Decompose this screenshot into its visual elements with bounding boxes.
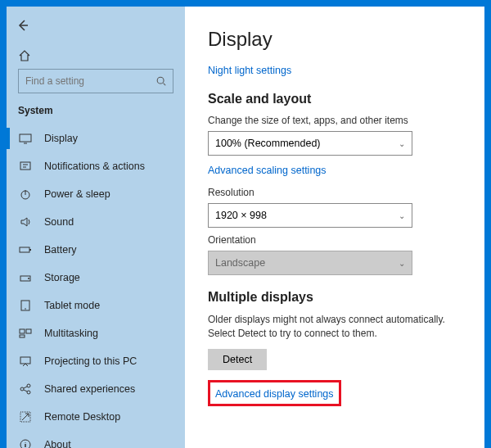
advanced-scaling-link[interactable]: Advanced scaling settings: [208, 165, 327, 176]
page-title: Display: [208, 28, 462, 51]
sidebar-item-sound[interactable]: Sound: [7, 208, 185, 236]
highlight-annotation: Advanced display settings: [208, 380, 341, 406]
resolution-label: Resolution: [208, 187, 462, 198]
chevron-down-icon: ⌄: [399, 139, 405, 148]
chevron-down-icon: ⌄: [399, 259, 405, 268]
sidebar-item-label: Sound: [44, 216, 74, 228]
sidebar-item-label: About: [44, 439, 71, 448]
arrow-left-icon: [16, 19, 29, 32]
svg-point-14: [20, 387, 24, 391]
sidebar-heading: System: [7, 102, 185, 124]
sidebar-item-label: Storage: [44, 272, 80, 283]
remote-icon: [18, 410, 33, 424]
multiple-displays-heading: Multiple displays: [208, 290, 462, 305]
orientation-value: Landscape: [215, 257, 265, 269]
sidebar-item-label: Power & sleep: [44, 188, 110, 200]
svg-point-7: [28, 278, 29, 279]
display-icon: [18, 131, 33, 146]
svg-rect-4: [20, 247, 29, 252]
sidebar-item-battery[interactable]: Battery: [7, 236, 185, 264]
svg-rect-10: [20, 329, 25, 333]
orientation-dropdown: Landscape ⌄: [208, 251, 412, 275]
multiple-displays-body: Older displays might not always connect …: [208, 313, 462, 341]
shared-icon: [18, 382, 33, 396]
notifications-icon: [18, 159, 33, 174]
svg-rect-2: [20, 162, 30, 170]
home-icon: [18, 49, 31, 62]
svg-point-9: [25, 308, 26, 310]
tablet-icon: [18, 298, 33, 313]
sidebar-item-power[interactable]: Power & sleep: [7, 180, 185, 208]
sidebar-item-label: Shared experiences: [44, 383, 135, 395]
sidebar-item-label: Projecting to this PC: [44, 355, 137, 367]
night-light-link[interactable]: Night light settings: [208, 65, 291, 76]
advanced-display-link[interactable]: Advanced display settings: [215, 388, 334, 400]
resolution-dropdown[interactable]: 1920 × 998 ⌄: [208, 203, 412, 228]
svg-rect-12: [20, 335, 25, 337]
sidebar-item-label: Display: [44, 133, 78, 144]
sidebar-item-label: Multitasking: [44, 328, 98, 339]
battery-icon: [18, 242, 33, 257]
sidebar-item-label: Notifications & actions: [44, 161, 145, 172]
search-input[interactable]: [18, 69, 173, 93]
svg-point-16: [27, 391, 30, 394]
sidebar-item-label: Battery: [44, 244, 77, 256]
orientation-label: Orientation: [208, 234, 462, 246]
search-icon: [155, 75, 167, 87]
power-icon: [18, 187, 33, 201]
home-button[interactable]: [7, 43, 185, 69]
sidebar-item-label: Tablet mode: [44, 300, 100, 311]
svg-rect-13: [20, 357, 30, 364]
sidebar-item-display[interactable]: Display: [7, 124, 185, 152]
text-size-dropdown[interactable]: 100% (Recommended) ⌄: [208, 131, 412, 156]
sidebar-item-about[interactable]: About: [7, 431, 185, 448]
sidebar-item-projecting[interactable]: Projecting to this PC: [7, 347, 185, 375]
sidebar-item-shared[interactable]: Shared experiences: [7, 375, 185, 403]
resolution-value: 1920 × 998: [215, 210, 267, 221]
svg-rect-1: [20, 134, 31, 142]
scale-heading: Scale and layout: [208, 92, 462, 106]
text-size-value: 100% (Recommended): [215, 138, 321, 149]
storage-icon: [18, 270, 33, 285]
about-icon: [18, 437, 33, 448]
text-size-label: Change the size of text, apps, and other…: [208, 115, 462, 126]
sidebar-item-tablet[interactable]: Tablet mode: [7, 292, 185, 319]
chevron-down-icon: ⌄: [399, 211, 405, 220]
svg-rect-5: [29, 249, 31, 251]
sidebar-item-notifications[interactable]: Notifications & actions: [7, 152, 185, 180]
back-button[interactable]: [8, 13, 38, 38]
svg-point-0: [157, 77, 164, 84]
multitasking-icon: [18, 326, 33, 341]
sidebar-item-multitasking[interactable]: Multitasking: [7, 319, 185, 347]
sidebar-item-label: Remote Desktop: [44, 411, 120, 423]
sound-icon: [18, 215, 33, 229]
sidebar-item-storage[interactable]: Storage: [7, 264, 185, 292]
projecting-icon: [18, 354, 33, 369]
svg-rect-11: [26, 329, 31, 333]
detect-button[interactable]: Detect: [208, 349, 267, 370]
sidebar-item-remote[interactable]: Remote Desktop: [7, 403, 185, 431]
svg-point-15: [27, 384, 30, 387]
